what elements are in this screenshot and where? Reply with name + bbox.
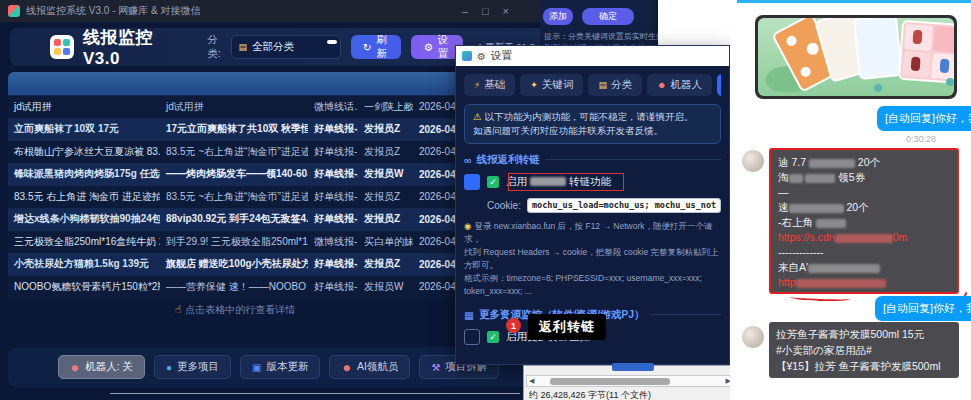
- cell-content: 旗舰店 赠送吃100g小壳祛尿处方猫粮...: [160, 257, 308, 271]
- outgoing-message-bubble: [自动回复]你好，我现: [877, 106, 971, 131]
- gear-icon: ⚙: [477, 51, 486, 62]
- footer-button[interactable]: ☻ 机器人: 关: [58, 355, 145, 379]
- avatar[interactable]: [742, 326, 764, 348]
- cell-title: 立而爽船袜了10双 17元: [8, 122, 160, 136]
- footer-button-icon: ●: [166, 362, 172, 373]
- table-row[interactable]: 三元极致全脂250ml*16盒纯牛奶 29... 到手29.9! 三元极致全脂2…: [8, 230, 467, 253]
- category-icon: ▤: [238, 42, 247, 52]
- table-row[interactable]: 立而爽船袜了10双 17元 17元立而爽船袜了共10双 秋季恒后石... 好单线…: [8, 118, 467, 141]
- rebate-tooltip: 返利转链: [528, 314, 606, 340]
- tab-icon: ✦: [530, 80, 538, 90]
- checkbox-enabled[interactable]: ✓: [487, 176, 499, 188]
- rebate-toggle-row: ✓ 启用 转链功能: [464, 174, 721, 190]
- cell-title: 三元极致全脂250ml*16盒纯牛奶 29...: [8, 235, 160, 249]
- annotation-badge: 1: [506, 318, 521, 333]
- dialog-body: ⚡ 基础 ✦ 关键词 ▤ 分类 ☻ 机器人 ✎ 内测: [456, 66, 729, 366]
- cell-content: 88vip30.92元 到手24包无敌签4.48...: [160, 212, 308, 226]
- avatar[interactable]: [742, 150, 764, 172]
- checkbox-unchecked[interactable]: [464, 329, 480, 345]
- background-window-edge: [110, 393, 520, 394]
- cell-content: 到手29.9! 三元极致全脂250ml*16...: [160, 235, 308, 249]
- confirm-button[interactable]: 确定: [582, 8, 634, 25]
- table-row[interactable]: NOOBO氨糖软骨素钙片150粒*2瓶3... ——营养保健 速！——NOOBO…: [8, 275, 467, 298]
- screen: 线报监控系统 V3.0 - 网赚库 & 对接微信 – □ × 线报监控 V3.0…: [0, 0, 971, 400]
- table-row[interactable]: 布根毑山宁参冰丝大豆夏凉被 83.5元 83.5元 ~右上角进“淘金币”进足迹.…: [8, 140, 467, 163]
- cell-publisher: 发报员W: [358, 280, 413, 294]
- footer-button[interactable]: ● 更多项目: [154, 355, 231, 379]
- cell-category: 好单线报-...: [308, 167, 358, 181]
- cell-category: 好单线报-...: [308, 145, 358, 159]
- category-select[interactable]: ▤ 全部分类: [231, 35, 340, 59]
- table-row[interactable]: jd试用拼 jd试用拼 微博线话... 一剑陕上敝... 2026-04-22 …: [8, 95, 467, 118]
- minimize-button[interactable]: –: [462, 5, 468, 17]
- footer-button-icon: ☻: [341, 362, 352, 373]
- cell-publisher: 发报员Z: [358, 122, 413, 136]
- bulb-icon: ◉: [464, 221, 471, 231]
- cell-publisher: 发报员Z: [358, 190, 413, 204]
- censored-text: [809, 159, 855, 168]
- cell-title: jd试用拼: [8, 100, 160, 114]
- warning-icon: ⚠: [473, 111, 482, 122]
- gear-icon: ⚙: [423, 41, 432, 53]
- close-button[interactable]: ×: [503, 5, 509, 17]
- app-logo: [50, 35, 74, 59]
- footer-button[interactable]: ☻ AI领航员: [329, 355, 410, 379]
- horizontal-scrollbar[interactable]: ◀ ▶: [526, 375, 734, 387]
- file-window-fragment: ◀ ▶ 约 26,428,426 字节(11 个文件): [523, 365, 737, 400]
- dialog-tab[interactable]: ▤ 分类: [588, 74, 642, 96]
- scrollbar-thumb[interactable]: [550, 378, 670, 385]
- dialog-tab[interactable]: ✎ 内测: [717, 74, 721, 96]
- censored-text: [789, 174, 803, 183]
- dialog-tab[interactable]: ✦ 关键词: [520, 74, 583, 96]
- censored-text: [835, 234, 893, 243]
- message-link[interactable]: https://s.cdn0m: [778, 230, 950, 245]
- cell-title: 锋味派黑猪肉烤肉烤肠175g 任选5件...: [8, 167, 160, 181]
- table-row[interactable]: 锋味派黑猪肉烤肉烤肠175g 任选5件... ——烤肉烤肠发车——领140-60…: [8, 163, 467, 186]
- table-row[interactable]: 83.5元 右上角进 淘金币 进足迹拍 有... 83.5元 ~右上角进“淘金币…: [8, 185, 467, 208]
- cell-category: 好单线报-...: [308, 190, 358, 204]
- sticker-image-message[interactable]: [755, 15, 957, 99]
- red-pen-stroke: [790, 294, 850, 302]
- category-label: 分类:: [207, 33, 225, 61]
- table-body: jd试用拼 jd试用拼 微博线话... 一剑陕上敝... 2026-04-22 …: [8, 95, 467, 298]
- dialog-tab[interactable]: ⚡ 基础: [464, 74, 515, 96]
- category-value: 全部分类: [252, 40, 294, 54]
- dialog-tab[interactable]: ☻ 机器人: [647, 74, 712, 96]
- cell-category: 微博线报-...: [308, 235, 358, 249]
- cell-publisher: 发报员Z: [358, 145, 413, 159]
- refresh-button[interactable]: ↻ 刷新: [351, 35, 402, 59]
- tab-icon: ⚡: [474, 80, 480, 90]
- cell-title: 83.5元 右上角进 淘金币 进足迹拍 有...: [8, 190, 160, 204]
- cell-category: 好单线报-...: [308, 280, 358, 294]
- scroll-left-icon[interactable]: ◀: [527, 377, 536, 385]
- checkbox-enabled[interactable]: ✓: [487, 331, 499, 343]
- footer-button[interactable]: ▣ 版本更新: [240, 355, 320, 379]
- cell-publisher: 发报员W: [358, 167, 413, 181]
- maximize-button[interactable]: □: [482, 5, 489, 17]
- message-link[interactable]: http: [778, 275, 950, 290]
- outgoing-message-bubble: [自动回复]你好，我现: [875, 296, 971, 321]
- incoming-message-card[interactable]: 拉芳鱼子酱膏护发膜500ml 15元 #小卖部の家居用品# 【¥15】拉芳 鱼子…: [769, 322, 959, 378]
- cell-title: 增达x线条小狗棉韧软抽90抽24包 ...: [8, 212, 160, 226]
- message-timestamp: 0:30:28: [906, 134, 936, 144]
- cookie-row: Cookie:: [464, 198, 721, 213]
- chat-window-border: [737, 0, 971, 3]
- table-row[interactable]: 增达x线条小狗棉韧软抽90抽24包 ... 88vip30.92元 到手24包无…: [8, 208, 467, 231]
- table-header-row: [8, 72, 467, 95]
- censored-text: [808, 264, 880, 273]
- cell-publisher: 发报员Z: [358, 212, 413, 226]
- tab-icon: ☻: [657, 80, 666, 90]
- cookie-input[interactable]: [527, 198, 721, 213]
- annotated-message-card[interactable]: 迪 7.7 20个 淘 领5券 — 速 20个 -右上角 https://s.c…: [769, 148, 959, 294]
- add-button[interactable]: 添加: [543, 8, 573, 25]
- footer-button-icon: ☻: [70, 362, 81, 373]
- tab-icon: ▤: [598, 80, 607, 90]
- cell-publisher: 买白单的妹妹: [358, 235, 413, 249]
- settings-dialog: ⚙ 设置 ⚡ 基础 ✦ 关键词 ▤ 分类 ☻ 机器人: [455, 45, 730, 365]
- cell-content: 83.5元 ~右上角进“淘金币”进足迹...: [160, 145, 308, 159]
- table-row[interactable]: 小壳祛尿处方猫粮1.5kg 139元 旗舰店 赠送吃100g小壳祛尿处方猫粮..…: [8, 253, 467, 276]
- cell-publisher: 发报员Z: [358, 257, 413, 271]
- drag-handle[interactable]: [464, 174, 480, 190]
- refresh-icon: ↻: [363, 41, 372, 53]
- deals-table: jd试用拼 jd试用拼 微博线话... 一剑陕上敝... 2026-04-22 …: [8, 72, 467, 298]
